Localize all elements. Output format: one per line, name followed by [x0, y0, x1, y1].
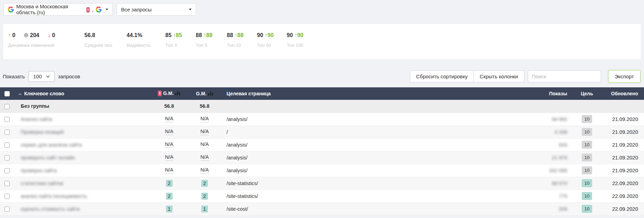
export-button[interactable]: Экспорт: [608, 70, 641, 83]
stat-label: Видимость: [127, 43, 165, 48]
impressions-value: 66 070: [552, 181, 567, 186]
down-arrow-icon: ↓: [48, 32, 50, 38]
column-impressions[interactable]: Показы: [519, 87, 575, 100]
row-checkbox[interactable]: [4, 104, 10, 109]
position-gm-mobile: N/A: [165, 116, 173, 122]
impressions-value: 209: [559, 206, 567, 212]
table-row[interactable]: проверить сайт онлайн N/A N/A /analysis/…: [0, 151, 644, 164]
position-gm: 2: [201, 193, 208, 200]
table-header-row: Ключевое слово G.M. G.M. Целевая страниц…: [0, 87, 644, 100]
goal-badge: 10: [582, 166, 592, 174]
updated-date: 21.09.2020: [599, 125, 644, 138]
chevron-down-icon: [46, 75, 50, 78]
target-page[interactable]: /analysis/: [221, 138, 519, 151]
rows-label: запросов: [58, 73, 80, 79]
position-gm: N/A: [200, 167, 209, 173]
table-row[interactable]: статистика сайтов 2 2 /site-statistics/ …: [0, 177, 644, 190]
bar-chart-icon: [208, 91, 213, 96]
google-g-icon: [96, 7, 102, 12]
position-gm-mobile: 2: [166, 193, 173, 200]
stat-average-position: 56.8 Средняя поз.: [84, 32, 127, 59]
goal-badge: 10: [582, 115, 592, 123]
updated-date: 22.09.2020: [599, 177, 644, 190]
keyword-text: Анализ сайта: [21, 116, 52, 122]
query-group-label: Все запросы: [121, 7, 151, 12]
column-updated[interactable]: Обновлено: [599, 87, 644, 100]
row-checkbox[interactable]: [4, 168, 10, 173]
table-row[interactable]: проверка сайта N/A N/A /analysis/ 342 09…: [0, 164, 644, 177]
position-gm: 2: [201, 180, 208, 187]
updated-date: 21.09.2020: [599, 138, 644, 151]
mobile-phone-icon: [158, 91, 162, 96]
summary-panel: ↑ 0 204 ↓ 0 Динамика изменений 56.8 Сред…: [3, 24, 641, 60]
target-page[interactable]: /analysis/: [221, 164, 519, 177]
goal-badge: 10: [582, 205, 592, 213]
list-controls: Показать 100 запросов Сбросить сортировк…: [3, 70, 641, 82]
row-checkbox[interactable]: [4, 181, 10, 186]
impressions-value: 94 992: [552, 116, 567, 122]
updated-date: 21.09.2020: [599, 151, 644, 164]
column-gm[interactable]: G.M.: [188, 87, 221, 100]
row-checkbox[interactable]: [4, 130, 10, 135]
target-page[interactable]: /site-statistics/: [221, 177, 519, 190]
row-checkbox[interactable]: [4, 194, 10, 199]
row-checkbox[interactable]: [4, 142, 10, 148]
stat-value: 44.1%: [127, 32, 165, 38]
target-page[interactable]: /analysis/: [221, 151, 519, 164]
stat-label: Топ 100: [287, 43, 321, 48]
row-checkbox[interactable]: [4, 117, 10, 122]
region-engine-selector[interactable]: Москва и Московская область (ru) ,: [3, 3, 113, 16]
position-gm-mobile: 2: [166, 180, 173, 187]
stat-label: Динамика изменений: [8, 43, 84, 48]
page-size-value: 100: [33, 73, 42, 79]
row-checkbox[interactable]: [4, 207, 10, 212]
table-row[interactable]: Проверка позиций N/A N/A / 4 336 10 21.0…: [0, 125, 644, 138]
goal-badge: 10: [582, 128, 592, 136]
mobile-phone-icon: [86, 7, 90, 12]
row-checkbox[interactable]: [4, 155, 10, 160]
group-name: Без группы: [15, 100, 150, 113]
target-page[interactable]: /analysis/: [221, 113, 519, 125]
table-row[interactable]: Анализ сайта N/A N/A /analysis/ 94 992 1…: [0, 113, 644, 125]
bar-chart-icon: [175, 91, 180, 95]
query-group-selector[interactable]: Все запросы: [117, 3, 196, 16]
chevron-down-icon: [105, 9, 108, 10]
position-gm-mobile: N/A: [165, 129, 173, 135]
dynamics-unchanged: 204: [30, 32, 39, 38]
position-gm: N/A: [200, 116, 209, 122]
reset-sort-button[interactable]: Сбросить сортировку: [410, 70, 474, 82]
impressions-value: 21 976: [552, 155, 567, 160]
position-gm-mobile: 1: [166, 206, 173, 212]
chevron-down-icon: [189, 9, 192, 10]
stat-top10: 88 ↑88 Топ 10: [227, 32, 257, 59]
keyword-text: статистика сайтов: [21, 181, 63, 186]
position-gm-mobile: N/A: [165, 167, 173, 173]
position-gm-mobile: N/A: [165, 155, 173, 160]
column-keyword[interactable]: Ключевое слово: [15, 87, 150, 100]
stat-label: Топ 10: [227, 43, 257, 48]
position-gm: N/A: [200, 129, 209, 135]
target-page[interactable]: /site-cost/: [221, 202, 519, 215]
group-row[interactable]: Без группы 56.8 56.8: [0, 100, 644, 113]
keyword-text: Проверка позиций: [21, 129, 64, 135]
table-body: Без группы 56.8 56.8 Анализ сайта N/A N/…: [0, 100, 644, 215]
keyword-text: проверить сайт онлайн: [21, 155, 75, 160]
region-separator: ,: [92, 7, 93, 12]
hide-columns-button[interactable]: Скрыть колонки: [473, 70, 524, 82]
table-row[interactable]: сервис для анализа сайта N/A N/A /analys…: [0, 138, 644, 151]
show-label: Показать: [3, 73, 25, 79]
position-gm: N/A: [200, 155, 209, 160]
target-page[interactable]: /site-statistics/: [221, 190, 519, 202]
table-row[interactable]: анализ сайта посещаемость 2 2 /site-stat…: [0, 190, 644, 202]
dynamics-down: 0: [52, 32, 55, 38]
stat-value: 56.8: [84, 32, 127, 38]
updated-date: 21.09.2020: [599, 113, 644, 125]
search-input[interactable]: [528, 70, 601, 82]
select-all-checkbox[interactable]: [4, 91, 10, 96]
target-page[interactable]: /: [221, 125, 519, 138]
column-target-page[interactable]: Целевая страница: [221, 87, 519, 100]
table-row[interactable]: оценить стоимость сайта 1 1 /site-cost/ …: [0, 202, 644, 215]
page-size-select[interactable]: 100: [28, 71, 55, 82]
column-goal[interactable]: Цель: [575, 87, 599, 100]
column-gm-mobile[interactable]: G.M.: [150, 87, 188, 100]
